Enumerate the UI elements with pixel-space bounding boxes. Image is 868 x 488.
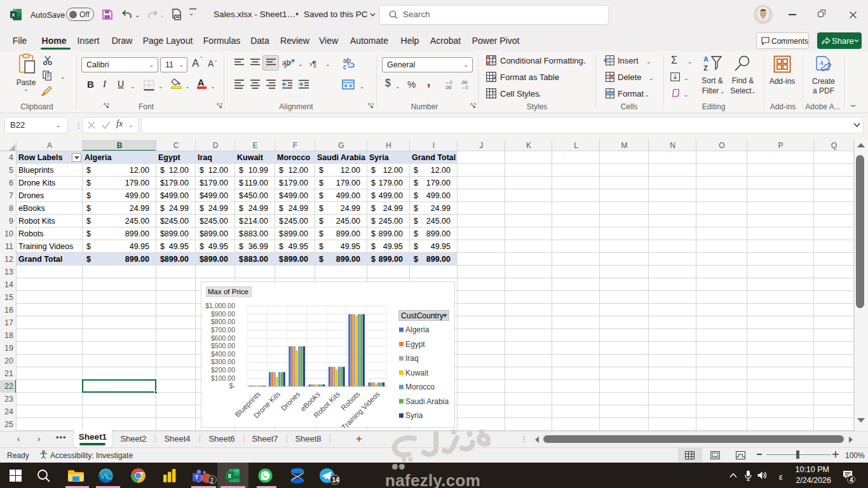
svg-text:A: A <box>703 55 709 63</box>
svg-text:Algeria: Algeria <box>405 325 430 334</box>
svg-text:$300.00: $300.00 <box>211 358 235 365</box>
svg-text:Saudi Arabia: Saudi Arabia <box>405 396 449 405</box>
svg-text:$600.00: $600.00 <box>211 334 235 341</box>
svg-text:$700.00: $700.00 <box>211 325 235 333</box>
svg-text:.00: .00 <box>445 85 451 90</box>
svg-text:$200.00: $200.00 <box>211 366 235 374</box>
svg-text:$-: $- <box>229 382 235 390</box>
svg-text:Kuwait: Kuwait <box>405 368 429 377</box>
svg-text:Syria: Syria <box>405 411 423 420</box>
svg-text:$100.00: $100.00 <box>211 374 235 381</box>
svg-text:$400.00: $400.00 <box>211 349 235 357</box>
svg-text:x: x <box>11 11 15 18</box>
svg-text:Max of Price: Max of Price <box>208 288 248 295</box>
svg-text:Egypt: Egypt <box>405 339 425 348</box>
svg-text:→0: →0 <box>461 85 468 90</box>
svg-text:T: T <box>195 474 199 480</box>
svg-text:Morocco: Morocco <box>405 383 435 391</box>
svg-text:Iraq: Iraq <box>405 354 419 363</box>
svg-text:x: x <box>227 472 231 479</box>
svg-text:$800.00: $800.00 <box>211 318 235 325</box>
svg-text:Z: Z <box>703 64 708 72</box>
svg-text:$500.00: $500.00 <box>211 342 235 349</box>
svg-text:c: c <box>343 63 347 70</box>
svg-text:$900.00: $900.00 <box>211 309 235 317</box>
svg-text:$1,000.00: $1,000.00 <box>205 301 235 309</box>
svg-text:CustCountry: CustCountry <box>401 311 444 320</box>
svg-text:A: A <box>819 60 824 66</box>
